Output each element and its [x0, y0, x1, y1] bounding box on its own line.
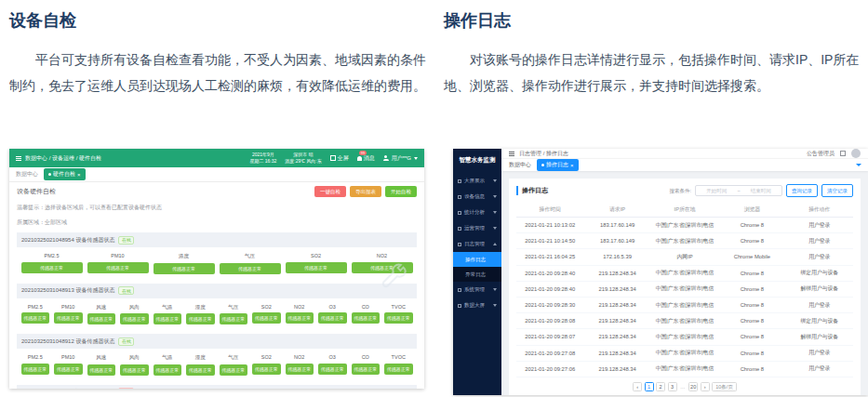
- sensor-cell: 风向传感器正常: [118, 301, 152, 325]
- query-button[interactable]: 查询记录: [786, 184, 818, 197]
- table-cell: Chrome 8: [718, 281, 785, 297]
- notifications-button[interactable]: 消息 99: [357, 154, 375, 163]
- sensor-label: TVOC: [382, 301, 416, 313]
- sensor-status-button[interactable]: 传感器正常: [87, 262, 149, 273]
- hamburger-icon[interactable]: [509, 153, 514, 154]
- sensor-label: NO2: [349, 250, 415, 262]
- sidebar-item[interactable]: 统计分析: [453, 205, 501, 220]
- date-range-input[interactable]: 开始时间 ~ 结束时间: [695, 185, 782, 196]
- tab-item[interactable]: 数据中心: [509, 161, 531, 169]
- pagination-ellipsis: …: [679, 384, 687, 390]
- sensor-status-button[interactable]: 传感器正常: [120, 364, 149, 376]
- sensor-label: PM10: [52, 301, 86, 313]
- region-filter[interactable]: 所属区域：全部区域: [17, 218, 417, 227]
- table-cell: 中国|广东省|深圳市|电信: [651, 297, 718, 312]
- tab-label: 硬件自检: [53, 170, 75, 179]
- sensor-status-button[interactable]: 传感器正常: [220, 313, 248, 324]
- sensor-status-button[interactable]: 传感器正常: [154, 263, 215, 274]
- sensor-status-button[interactable]: 传感器正常: [352, 312, 381, 324]
- sensor-status-button[interactable]: 传感器正常: [220, 364, 248, 376]
- sensor-label: 温度: [151, 250, 217, 263]
- sidebar-subitem[interactable]: 异常日志: [453, 267, 501, 282]
- tab-close-icon[interactable]: ×: [77, 172, 81, 178]
- pagination-page[interactable]: 1: [645, 382, 654, 391]
- pagination-page[interactable]: 20: [688, 382, 698, 391]
- sensor-label: 气压: [217, 351, 250, 364]
- sensor-status-button[interactable]: 传感器正常: [186, 364, 215, 376]
- sidebar-item[interactable]: 运营管理: [453, 220, 501, 236]
- sensor-status-button[interactable]: 传感器正常: [87, 313, 116, 324]
- sensor-status-button[interactable]: 传感器正常: [120, 313, 149, 324]
- table-cell: 2021-01-20 09:28:40: [516, 281, 583, 297]
- sensor-status-button[interactable]: 传感器正常: [186, 313, 215, 324]
- tab-active[interactable]: 操作日志×: [537, 159, 579, 171]
- fullscreen-button[interactable]: 全屏: [330, 154, 349, 163]
- sensor-status-button[interactable]: 传感器正常: [384, 364, 413, 375]
- sensor-status-button[interactable]: 传感器正常: [220, 263, 281, 274]
- sensor-status-button[interactable]: 传感器正常: [286, 312, 314, 324]
- sensor-label: O3: [316, 301, 350, 313]
- sensor-status-button[interactable]: 传感器正常: [21, 262, 83, 273]
- sidebar-item[interactable]: 数据大屏: [453, 298, 501, 313]
- message-label: 消息: [364, 154, 375, 163]
- pagination-page[interactable]: 3: [668, 382, 677, 391]
- sensor-status-button[interactable]: 传感器正常: [318, 364, 347, 375]
- fullscreen-icon[interactable]: [840, 151, 846, 156]
- table-cell: Chrome 8: [718, 265, 785, 281]
- table-cell: 绑定用户与设备: [786, 265, 853, 281]
- sensor-status-button[interactable]: 传感器正常: [252, 364, 281, 375]
- sensor-row: PM2.5传感器正常PM10传感器正常风速传感器正常风向传感器正常气温传感器正常…: [17, 298, 417, 329]
- sensor-status-button[interactable]: 传感器正常: [21, 364, 50, 375]
- panel-header: 设备硬件自检 一键自检导出报表开始自检: [17, 186, 417, 197]
- column-header: 操作动作: [786, 202, 853, 218]
- sensor-cell: TVOC传感器正常: [382, 351, 416, 376]
- card-header: 操作日志 搜索条件: 开始时间 ~ 结束时间 查询记录 清空记录: [516, 184, 853, 197]
- action-button[interactable]: 导出报表: [350, 186, 381, 197]
- tab-close-icon[interactable]: ×: [570, 163, 574, 168]
- device-status-badge: 在线: [118, 236, 134, 245]
- sensor-status-button[interactable]: 传感器正常: [286, 262, 347, 273]
- chevron-down-icon[interactable]: [856, 164, 861, 166]
- sensor-status-button[interactable]: 传感器正常: [352, 364, 381, 375]
- sensor-status-button[interactable]: 传感器正常: [21, 312, 50, 324]
- sensor-cell: O3传感器正常: [316, 301, 350, 325]
- sidebar-menu: 大屏展示设备信息统计分析运营管理日志管理操作日志异常日志系统管理数据大屏: [453, 173, 501, 313]
- avatar[interactable]: [851, 149, 861, 158]
- pagination-prev[interactable]: ‹: [633, 382, 642, 391]
- table-cell: 用户登录: [786, 345, 853, 361]
- sidebar-item[interactable]: 大屏展示: [453, 173, 501, 189]
- pagination-page[interactable]: 2: [656, 382, 665, 391]
- table-cell: Chrome 8: [718, 218, 785, 233]
- sensor-status-button[interactable]: 传感器正常: [87, 364, 116, 376]
- section-paragraph: 对该账号的操作日志详情进行显示，包括操作时间、请求IP、IP所在地、浏览器、操作…: [444, 46, 862, 99]
- pagination-next[interactable]: ›: [701, 382, 710, 391]
- hamburger-icon[interactable]: [16, 158, 21, 159]
- tab-active[interactable]: 硬件自检×: [44, 168, 86, 180]
- sensor-status-button[interactable]: 传感器正常: [286, 364, 314, 375]
- sensor-status-button[interactable]: 传感器正常: [384, 312, 413, 324]
- page-size-select[interactable]: 10条/页: [712, 382, 737, 391]
- sensor-status-button[interactable]: 传感器正常: [318, 312, 347, 324]
- table-row: 2021-01-21 10:14:50183.17.60.149中国|广东省|深…: [516, 233, 853, 249]
- sensor-status-button[interactable]: 传感器正常: [252, 312, 281, 324]
- sensor-label: 湿度: [184, 301, 218, 314]
- sensor-status-button[interactable]: 传感器正常: [154, 364, 182, 376]
- sensor-status-button[interactable]: 传感器正常: [154, 313, 182, 324]
- tab-item[interactable]: 数据中心: [16, 170, 38, 179]
- sensor-label: 风速: [85, 301, 118, 314]
- sidebar-item[interactable]: 日志管理: [453, 236, 501, 252]
- sensor-status-button[interactable]: 传感器正常: [54, 312, 83, 324]
- sidebar-item[interactable]: 系统管理: [453, 282, 501, 298]
- sidebar-item[interactable]: 设备信息: [453, 189, 501, 205]
- action-button[interactable]: 一键自检: [314, 186, 346, 197]
- clear-button[interactable]: 清空记录: [821, 184, 853, 197]
- sensor-status-button[interactable]: 传感器正常: [54, 364, 83, 375]
- log-card: 操作日志 搜索条件: 开始时间 ~ 结束时间 查询记录 清空记录: [509, 179, 861, 395]
- menu-item-icon: [458, 195, 461, 199]
- chevron-down-icon: [493, 195, 497, 198]
- sensor-cell: CO传感器正常: [349, 351, 382, 376]
- user-menu[interactable]: 用户**G: [383, 154, 418, 163]
- sidebar-subitem[interactable]: 操作日志: [453, 252, 501, 267]
- action-button[interactable]: 开始自检: [385, 186, 417, 197]
- table-cell: 2021-01-21 16:04:25: [516, 249, 583, 265]
